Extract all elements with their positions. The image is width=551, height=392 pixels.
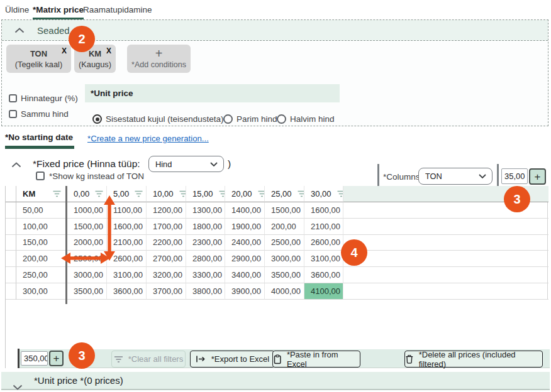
price-cell[interactable]: 1400,00: [225, 202, 265, 219]
price-type-select[interactable]: Hind: [148, 156, 224, 172]
price-cell[interactable]: 3600,00: [107, 283, 147, 300]
filter-icon[interactable]: [298, 190, 304, 197]
filter-icon[interactable]: [95, 190, 103, 197]
price-cell[interactable]: 200,00: [265, 219, 304, 235]
delete-all-prices-button[interactable]: *Delete all prices (included filtered): [404, 351, 543, 368]
frozen-column-splitter[interactable]: [18, 349, 19, 368]
price-cell[interactable]: 3500,00: [67, 283, 107, 300]
filter-icon[interactable]: [337, 190, 343, 197]
price-cell[interactable]: 4000,00: [265, 283, 304, 300]
price-cell[interactable]: 2900,00: [225, 251, 265, 267]
price-cell[interactable]: 1000,00: [67, 202, 107, 219]
price-cell[interactable]: 1200,00: [147, 202, 186, 219]
km-cell[interactable]: 250,00: [16, 267, 67, 283]
column-header-cell[interactable]: 10,00: [147, 186, 186, 202]
column-header-cell[interactable]: 30,00: [304, 186, 343, 202]
price-cell[interactable]: 2200,00: [147, 235, 186, 251]
price-cell[interactable]: 2100,00: [304, 219, 343, 235]
price-cell[interactable]: 3900,00: [225, 283, 265, 300]
create-price-generation-link[interactable]: *Create a new price generation...: [87, 134, 209, 143]
price-cell[interactable]: 3200,00: [147, 267, 186, 283]
km-header-cell[interactable]: KM: [16, 186, 67, 202]
filter-icon[interactable]: [179, 190, 186, 197]
unit-price-section-header[interactable]: *Unit price *(0 prices): [1, 372, 550, 390]
export-to-excel-button[interactable]: *Export to Excel: [190, 351, 275, 368]
price-cell[interactable]: 2300,00: [186, 235, 225, 251]
radio-parim-label[interactable]: Parim hind: [237, 114, 277, 124]
radio-sisestatud-kujul[interactable]: [92, 114, 102, 124]
price-cell[interactable]: 1100,00: [107, 202, 147, 219]
price-cell[interactable]: 3100,00: [107, 267, 147, 283]
price-cell[interactable]: 2600,00: [304, 235, 343, 251]
km-cell[interactable]: 150,00: [16, 235, 67, 251]
price-cell[interactable]: 4100,00: [304, 283, 343, 300]
price-cell[interactable]: 3000,00: [67, 267, 107, 283]
columns-select[interactable]: TON: [418, 168, 493, 185]
chevron-up-icon[interactable]: [11, 162, 21, 168]
empty-cell: [343, 267, 548, 283]
add-conditions-button[interactable]: + *Add conditions: [127, 45, 191, 73]
price-cell[interactable]: 3500,00: [265, 267, 304, 283]
column-header-cell[interactable]: 25,00: [265, 186, 304, 202]
add-row-button[interactable]: +: [49, 351, 64, 366]
add-column-value-input[interactable]: [501, 168, 528, 184]
price-cell[interactable]: 3300,00: [186, 267, 225, 283]
price-cell[interactable]: 2600,00: [107, 251, 147, 267]
paste-from-excel-button[interactable]: *Paste in from Excel: [272, 351, 360, 368]
km-cell[interactable]: 200,00: [16, 251, 67, 267]
filter-icon[interactable]: [135, 190, 143, 197]
price-cell[interactable]: 1600,00: [304, 202, 343, 219]
column-header-cell[interactable]: 15,00: [186, 186, 225, 202]
price-cell[interactable]: 3700,00: [147, 283, 186, 300]
tab-matrix-price[interactable]: *Matrix price: [33, 5, 84, 20]
price-cell[interactable]: 1700,00: [147, 219, 186, 235]
tab-raamatupidamine[interactable]: Raamatupidamine: [83, 5, 152, 18]
column-header-cell[interactable]: 0,00: [67, 186, 107, 202]
filter-icon[interactable]: [258, 190, 265, 197]
column-header-cell[interactable]: 20,00: [225, 186, 265, 202]
remove-condition-icon[interactable]: X: [106, 46, 111, 55]
filter-icon[interactable]: [219, 190, 225, 197]
chevron-down-icon[interactable]: [13, 378, 23, 392]
price-cell[interactable]: 3100,00: [304, 251, 343, 267]
price-cell[interactable]: 1500,00: [67, 219, 107, 235]
km-cell[interactable]: 100,00: [16, 219, 67, 235]
tab-uldine[interactable]: Üldine: [5, 5, 29, 18]
show-kg-checkbox[interactable]: [36, 172, 45, 180]
price-cell[interactable]: 2500,00: [67, 251, 107, 267]
price-cell[interactable]: 2400,00: [225, 235, 265, 251]
price-cell[interactable]: 2700,00: [147, 251, 186, 267]
chevron-up-icon[interactable]: [14, 28, 25, 33]
radio-parim-hind[interactable]: [223, 114, 233, 124]
add-row-value-input[interactable]: [21, 351, 48, 366]
sammu-hind-checkbox[interactable]: [9, 110, 17, 118]
price-cell[interactable]: 1500,00: [265, 202, 304, 219]
km-cell[interactable]: 300,00: [16, 283, 67, 300]
price-cell[interactable]: 3000,00: [265, 251, 304, 267]
remove-condition-icon[interactable]: X: [62, 46, 67, 55]
clear-all-filters-button[interactable]: *Clear all filters: [111, 351, 186, 368]
radio-halvim-hind[interactable]: [277, 114, 286, 124]
price-cell[interactable]: 2500,00: [265, 235, 304, 251]
price-cell[interactable]: 3600,00: [304, 267, 343, 283]
condition-chip-ton[interactable]: TON (Tegelik kaal) X: [6, 45, 71, 73]
price-cell[interactable]: 3400,00: [225, 267, 265, 283]
filter-icon[interactable]: [53, 190, 61, 197]
radio-sisestatud-label[interactable]: Sisestatud kujul (teisendusteta): [106, 114, 224, 124]
columns-label: *Columns:: [383, 172, 422, 182]
price-cell[interactable]: 3800,00: [186, 283, 225, 300]
price-cell[interactable]: 2000,00: [67, 235, 107, 251]
radio-halvim-label[interactable]: Halvim hind: [290, 114, 335, 124]
price-cell[interactable]: 1300,00: [186, 202, 225, 219]
km-cell[interactable]: 50,00: [16, 202, 67, 219]
hinnategur-checkbox[interactable]: [9, 94, 17, 102]
frozen-column-splitter[interactable]: [65, 186, 67, 304]
price-cell[interactable]: 2800,00: [186, 251, 225, 267]
price-cell[interactable]: 2100,00: [107, 235, 147, 251]
price-cell[interactable]: 1900,00: [225, 219, 265, 235]
tab-no-starting-date[interactable]: *No starting date: [5, 133, 74, 149]
price-cell[interactable]: 1800,00: [186, 219, 225, 235]
column-header-cell[interactable]: 5,00: [107, 186, 147, 202]
price-cell[interactable]: 1600,00: [107, 219, 147, 235]
add-column-button[interactable]: +: [529, 168, 546, 185]
